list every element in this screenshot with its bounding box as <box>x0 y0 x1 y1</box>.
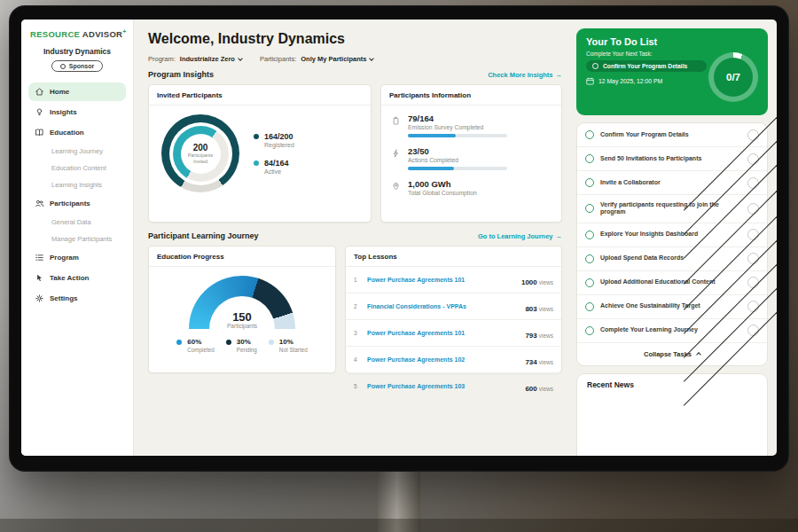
task-row-confirm-program[interactable]: Confirm Your Program Details <box>577 123 767 147</box>
sidebar-item-education-content[interactable]: Education Content <box>28 160 126 176</box>
task-checkbox[interactable] <box>585 326 594 335</box>
task-open-button[interactable] <box>747 177 759 189</box>
invited-donut-center: 200 Participants Invited <box>181 134 221 174</box>
legend-value: 10% <box>279 338 308 346</box>
program-dropdown[interactable]: Industrialize Zero <box>180 55 242 63</box>
lesson-views-label: views <box>539 332 553 339</box>
due-date-label: 12 May 2025, 12:00 PM <box>598 78 662 84</box>
task-open-button[interactable] <box>747 203 759 215</box>
section-title: Participant Learning Journey <box>148 231 259 240</box>
org-name: Industry Dynamics <box>28 47 126 56</box>
next-task-pill[interactable]: Confirm Your Program Details <box>586 60 707 72</box>
lesson-link[interactable]: Financial Considerations - VPPAs <box>367 303 519 309</box>
monitor-bezel: RESOURCE ADVISOR+ Industry Dynamics Spon… <box>9 5 789 472</box>
gauge-legend-dot <box>269 340 274 345</box>
invited-donut-body: 200 Participants Invited <box>149 106 371 201</box>
invited-legend-dot <box>254 134 259 139</box>
sidebar-item-program[interactable]: Program <box>28 248 126 267</box>
program-filter: Program: Industrialize Zero <box>148 55 242 63</box>
task-checkbox[interactable] <box>585 278 594 287</box>
sidebar-item-home[interactable]: Home <box>28 82 126 101</box>
sidebar-item-insights[interactable]: Insights <box>28 103 126 121</box>
top-lessons-card: Top Lessons 1 Power Purchase Agreements … <box>345 246 562 373</box>
task-open-button[interactable] <box>747 301 759 312</box>
sidebar-item-learning-insights[interactable]: Learning Insights <box>28 177 126 192</box>
task-checkbox[interactable] <box>585 204 594 213</box>
photo-background: RESOURCE ADVISOR+ Industry Dynamics Spon… <box>0 0 798 532</box>
lesson-link[interactable]: Power Purchase Agreements 103 <box>367 383 519 389</box>
task-checkbox[interactable] <box>585 130 594 139</box>
card-title: Participants Information <box>381 85 561 106</box>
lesson-views: 734 <box>525 358 536 366</box>
participants-dropdown-value: Only My Participants <box>301 55 366 63</box>
logo-plus: + <box>122 28 126 35</box>
progress-track <box>408 134 507 137</box>
lesson-link[interactable]: Power Purchase Agreements 101 <box>367 277 515 283</box>
bulb-icon <box>35 107 44 117</box>
gauge-legend-dot <box>226 340 231 345</box>
legend-item-completed: 60% Completed <box>176 338 214 353</box>
battery-icon <box>391 115 401 127</box>
sidebar-item-label: General Data <box>51 218 91 226</box>
sidebar-item-manage-participants[interactable]: Manage Participants <box>28 231 126 246</box>
gear-icon <box>35 293 44 303</box>
sidebar-nav: Home Insights Education Learning Journey <box>28 82 126 309</box>
card-title: Education Progress <box>149 246 335 267</box>
task-checkbox[interactable] <box>585 302 594 311</box>
sidebar-item-participants[interactable]: Participants <box>28 194 126 213</box>
task-checkbox[interactable] <box>585 254 594 263</box>
sidebar-item-take-action[interactable]: Take Action <box>28 269 126 287</box>
task-checkbox[interactable] <box>585 178 594 187</box>
todo-header-card: Your To Do List Complete Your Next Task:… <box>576 28 768 115</box>
participants-dropdown[interactable]: Only My Participants <box>301 55 373 63</box>
legend-item-not-started: 10% Not Started <box>269 338 308 353</box>
invited-legend-dot <box>254 160 259 166</box>
task-open-button[interactable] <box>747 229 759 240</box>
legend-value: 84/164 <box>264 159 289 168</box>
lesson-row: 4 Power Purchase Agreements 102 734views <box>346 347 561 373</box>
sidebar-item-label: Education Content <box>51 164 106 172</box>
education-gauge: 150 Participants <box>189 276 295 330</box>
sidebar-item-label: Learning Journey <box>51 147 103 155</box>
book-icon <box>35 128 44 137</box>
lesson-row: 5 Power Purchase Agreements 103 600views <box>346 373 561 399</box>
section-title: Program Insights <box>148 70 214 79</box>
sponsor-badge[interactable]: Sponsor <box>51 60 103 72</box>
arrow-right-icon: → <box>556 232 563 240</box>
sidebar-item-label: Manage Participants <box>51 235 112 243</box>
link-label: Go to Learning Journey <box>478 232 553 240</box>
main-content: Welcome, Industry Dynamics Program: Indu… <box>134 20 573 456</box>
sidebar-item-general-data[interactable]: General Data <box>28 215 126 230</box>
program-filter-label: Program: <box>148 55 176 63</box>
sidebar-item-learning-journey[interactable]: Learning Journey <box>28 144 126 159</box>
page-title: Welcome, Industry Dynamics <box>148 31 562 47</box>
legend-value: 30% <box>237 338 257 346</box>
map-pin-icon <box>391 181 401 192</box>
task-checkbox[interactable] <box>585 154 594 163</box>
lesson-link[interactable]: Power Purchase Agreements 101 <box>367 330 519 336</box>
sidebar-item-label: Take Action <box>50 274 89 282</box>
program-dropdown-value: Industrialize Zero <box>180 55 235 63</box>
sidebar-item-settings[interactable]: Settings <box>28 289 126 308</box>
check-more-insights-link[interactable]: Check More Insights → <box>488 71 562 79</box>
task-open-button[interactable] <box>747 253 759 264</box>
lesson-rank: 3 <box>354 330 361 336</box>
sidebar-item-label: Settings <box>50 294 78 302</box>
stat-global-consumption: 1,000 GWh Total Global Consumption <box>391 179 552 196</box>
task-checkbox[interactable] <box>585 231 594 239</box>
task-open-button[interactable] <box>747 277 759 288</box>
go-to-learning-journey-link[interactable]: Go to Learning Journey → <box>478 232 562 240</box>
task-open-button[interactable] <box>747 153 759 165</box>
legend-value: 60% <box>187 338 214 346</box>
lesson-views: 600 <box>525 385 536 393</box>
education-gauge-wrap: 150 Participants 60% Completed <box>149 267 335 353</box>
invited-donut-ring-outer: 200 Participants Invited <box>161 114 239 192</box>
recent-news-card[interactable]: Recent News <box>576 373 768 457</box>
task-open-button[interactable] <box>747 325 759 336</box>
task-open-button[interactable] <box>747 129 759 141</box>
participants-filter-label: Participants: <box>260 55 296 63</box>
arrow-right-icon: → <box>556 71 563 79</box>
legend-value: 164/200 <box>264 132 294 141</box>
sidebar-item-education[interactable]: Education <box>28 123 126 142</box>
lesson-link[interactable]: Power Purchase Agreements 102 <box>367 356 519 363</box>
